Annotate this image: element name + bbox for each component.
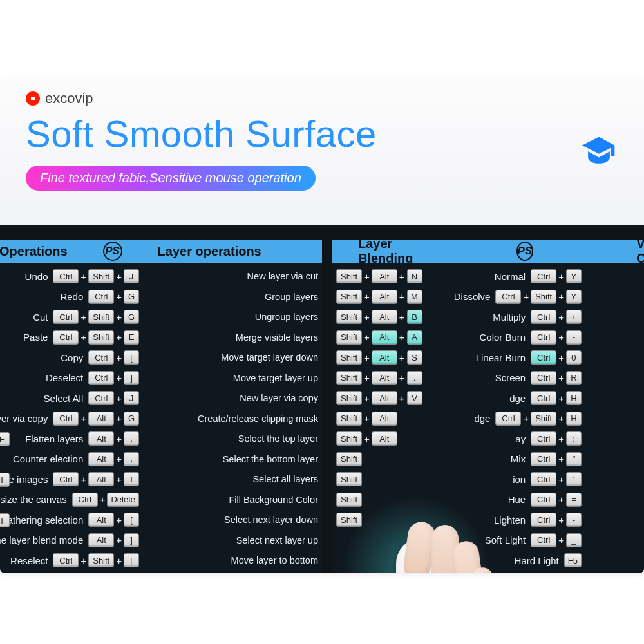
subtitle-pill: Fine textured fabic,Sensitive mouse oper… [26, 166, 316, 191]
brand: excovip [26, 90, 618, 107]
key-cap: Shift [88, 553, 114, 567]
shortcut-row [0, 330, 10, 346]
shortcut-label: Undo [25, 271, 48, 282]
key-cap: F5 [564, 553, 582, 567]
shortcut-row: Select next layer up [142, 532, 322, 549]
mousepad: Operations PS Layer operations EII UndoC… [0, 225, 644, 573]
shortcut-label: Copy [61, 352, 83, 363]
key-cap: Shift [336, 371, 362, 385]
shortcut-label: Select the bottom layer [223, 454, 318, 464]
key-combo: Ctrl+Alt+I [53, 472, 139, 486]
key-cap: . [407, 371, 422, 385]
key-combo: Ctrl+" [531, 452, 582, 466]
key-combo: Ctrl+Shift+Y [495, 290, 582, 304]
shortcut-row: MixCtrl+" [427, 451, 585, 468]
key-cap: J [124, 391, 139, 405]
shortcut-label: ion [513, 474, 526, 485]
shortcut-row: Linear BurnCtrl+0 [427, 349, 585, 366]
shortcut-label: Dissolve [454, 291, 491, 302]
key-cap: Ctrl [531, 472, 556, 486]
key-combo: Ctrl+Shift+[ [53, 553, 139, 567]
key-cap: Shift [336, 513, 362, 527]
key-combo: Shift [336, 452, 362, 466]
shortcut-row: DeselectCtrl+] [0, 370, 142, 386]
key-combo: Shift [336, 513, 362, 527]
shortcut-row: Shift+Alt [332, 410, 427, 427]
key-cap: I [124, 472, 139, 486]
key-cap: Alt [372, 290, 397, 304]
key-combo: Shift+Alt+A [336, 330, 422, 345]
key-cap: Ctrl [88, 290, 114, 304]
key-cap: Delete [107, 493, 139, 507]
shortcut-row: Create/release clipping mask [142, 410, 322, 427]
shortcut-label: Linear Burn [476, 352, 526, 363]
key-cap: . [124, 431, 139, 446]
shortcut-row: Shift+Alt+B [332, 308, 427, 325]
key-cap: Alt [88, 533, 114, 547]
key-cap: G [124, 310, 139, 324]
key-cap: Alt [372, 412, 397, 426]
shortcut-row: I [0, 512, 10, 529]
shortcut-label: Lighten [494, 515, 526, 526]
shortcut-label: Feathering selection [0, 515, 83, 526]
right-shortcut-column: NormalCtrl+YDissolveCtrl+Shift+YMultiply… [427, 268, 585, 569]
shortcut-row: Shift+Alt+N [332, 268, 427, 285]
key-cap: Ctrl [531, 371, 556, 385]
shortcut-row: Resize imagesCtrl+Alt+I [0, 471, 142, 488]
key-cap: Alt [372, 269, 397, 283]
key-combo: Shift+Alt [336, 412, 397, 426]
key-combo: Ctrl+Delete [72, 493, 139, 507]
shortcut-row: djust the layer blend modeAlt+] [0, 532, 142, 549]
key-cap: Shift [336, 290, 362, 304]
key-cap: Alt [88, 513, 114, 527]
key-cap: Ctrl [53, 412, 79, 426]
sheet-left: Operations PS Layer operations EII UndoC… [0, 240, 322, 573]
shortcut-row: Shift+Alt [332, 430, 427, 447]
right-label-column: Show/Show,ReIncrIncrSho [585, 268, 644, 569]
shortcut-label: Multiply [493, 312, 526, 323]
shortcut-row: LightenCtrl+- [427, 511, 585, 528]
key-cap: Shift [88, 310, 114, 324]
key-cap: M [407, 290, 422, 304]
shortcut-row: Color BurnCtrl+- [427, 329, 585, 346]
key-cap: S [407, 350, 422, 365]
right-key-column: Shift+Alt+NShift+Alt+MShift+Alt+BShift+A… [332, 268, 427, 569]
shortcut-label: Move target layer up [233, 373, 318, 383]
key-combo: Shift+Alt+S [336, 350, 422, 365]
shortcut-row: MultiplyCtrl++ [427, 308, 585, 325]
shortcut-row: dgeCtrl+Shift+H [427, 410, 585, 427]
key-cap: Ctrl [88, 350, 114, 365]
key-cap: Y [566, 269, 582, 283]
key-combo: F5 [564, 553, 582, 567]
shortcut-label: Paste [23, 332, 48, 343]
shortcut-row: Show/ [585, 390, 644, 406]
key-cap: Ctrl [88, 391, 114, 405]
shortcut-row [585, 451, 644, 468]
shortcut-row: Shift [332, 491, 427, 508]
shortcut-label: Group layers [265, 292, 318, 302]
shortcut-row: Shift+Alt+S [332, 349, 427, 366]
brand-logo-icon [26, 91, 40, 106]
key-cap: = [566, 493, 582, 507]
shortcut-row: Show, [585, 430, 644, 447]
key-combo: Ctrl+H [531, 391, 582, 405]
shortcut-row [0, 533, 10, 549]
key-cap: Ctrl [53, 269, 79, 283]
key-cap: N [407, 269, 422, 283]
key-cap: Ctrl [531, 533, 556, 547]
shortcut-row: Fill Background Color [142, 491, 322, 508]
shortcut-row: Flatten layersAlt+. [0, 430, 142, 447]
shortcut-label: Cut [33, 312, 48, 323]
key-combo: Alt+[ [88, 513, 139, 527]
shortcut-label: Hard Light [515, 555, 559, 566]
shortcut-row: Shift+Alt+M [332, 289, 427, 305]
shortcut-row: HueCtrl+= [427, 491, 585, 508]
key-combo: Ctrl+G [88, 290, 139, 304]
shortcut-row: ionCtrl+' [427, 471, 585, 488]
shortcut-row: Move layer to bottom [142, 552, 322, 569]
key-cap: Ctrl [53, 553, 79, 567]
key-combo: Ctrl+Y [531, 269, 582, 283]
shortcut-label: Select next layer down [224, 515, 318, 525]
shortcut-label: Deselect [46, 372, 83, 383]
shortcut-row: Select the top layer [142, 430, 322, 447]
